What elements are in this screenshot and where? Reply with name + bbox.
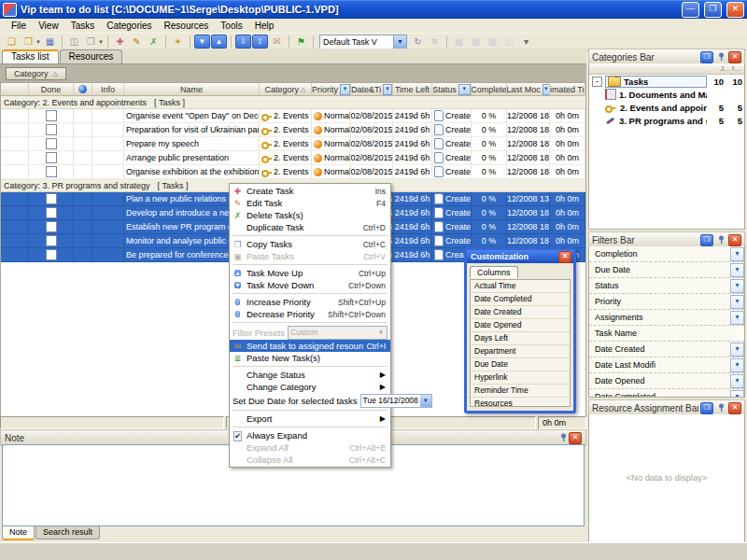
menu-item-send-task-to-assigned-resource[interactable]: ✉Send task to assigned resourceCtrl+I xyxy=(230,340,390,352)
customization-column-department[interactable]: Department xyxy=(471,345,570,358)
done-checkbox[interactable] xyxy=(46,152,57,163)
task-move-down-icon[interactable]: ▼ xyxy=(194,35,210,49)
customization-column-date-completed[interactable]: Date Completed xyxy=(471,293,570,306)
save-icon[interactable]: ▦ xyxy=(42,35,58,49)
filter-dropdown-icon[interactable]: ▼ xyxy=(543,84,550,95)
close-icon[interactable]: ✕ xyxy=(569,432,582,444)
menu-item-paste-new-task-s[interactable]: ≣Paste New Task(s) xyxy=(230,352,390,364)
column-header-done[interactable]: Done xyxy=(29,83,74,95)
flag-icon[interactable]: ⚑ xyxy=(293,35,309,49)
menu-item-set-due-date[interactable]: Set Due Date for selected tasksTue 16/12… xyxy=(230,393,390,408)
print-icon[interactable]: ◫ xyxy=(66,35,82,49)
menu-file[interactable]: File xyxy=(6,20,32,32)
customization-column-date-created[interactable]: Date Created xyxy=(471,306,570,319)
close-button[interactable]: ✕ xyxy=(726,2,744,18)
column-header-date[interactable]: Date&Ti▼ xyxy=(351,83,393,95)
window-position-icon[interactable]: ❒ xyxy=(700,234,713,246)
table-row[interactable]: Arrange public presentation2. Events arN… xyxy=(1,151,585,165)
filter-dropdown-icon[interactable]: ▼ xyxy=(458,84,471,95)
done-checkbox[interactable] xyxy=(46,193,57,204)
edit-task-icon[interactable]: ✎ xyxy=(129,35,145,49)
filter-dropdown-icon[interactable]: ▼ xyxy=(340,84,350,95)
column-header-priority[interactable]: Priority▼ xyxy=(312,83,351,95)
done-checkbox[interactable] xyxy=(46,221,57,232)
dropdown-arrow-icon[interactable]: ▼ xyxy=(98,39,104,45)
pin-icon[interactable] xyxy=(715,52,726,63)
chevron-down-icon[interactable]: ▼ xyxy=(730,343,744,357)
send-task-icon[interactable]: ✉ xyxy=(269,35,285,49)
refresh-view-icon[interactable]: ↻ xyxy=(410,35,426,49)
customization-column-date-opened[interactable]: Date Opened xyxy=(471,319,570,332)
chevron-down-icon[interactable]: ▼ xyxy=(730,295,744,309)
category-tree-item[interactable]: 3. PR programs and strategy55 xyxy=(589,114,744,127)
column-header-info[interactable]: Info xyxy=(92,83,124,95)
menu-help[interactable]: Help xyxy=(249,20,280,32)
menu-item-increase-priority[interactable]: ⇧Increase PriorityShift+Ctrl+Up xyxy=(230,296,390,308)
close-icon[interactable]: ✕ xyxy=(728,402,741,414)
category-tree-item[interactable]: -Tasks1010 xyxy=(589,75,744,88)
menu-item-decrease-priority[interactable]: ⇩Decrease PriorityShift+Ctrl+Down xyxy=(230,308,390,320)
assign-key-icon[interactable]: ✦ xyxy=(170,35,186,49)
tree-expander-icon[interactable]: - xyxy=(592,77,602,87)
done-checkbox[interactable] xyxy=(46,207,57,218)
group-by-category-chip[interactable]: Category △ xyxy=(6,67,66,80)
task-move-up-icon[interactable]: ▲ xyxy=(211,35,227,49)
tab-resources[interactable]: Resources xyxy=(60,49,123,63)
done-checkbox[interactable] xyxy=(46,235,57,246)
column-header-lastmod[interactable]: Last Moc▼ xyxy=(507,83,550,95)
customization-column-hyperlink[interactable]: Hyperlink xyxy=(471,371,570,385)
column-header-status[interactable]: Status▼ xyxy=(432,83,472,95)
filter-dropdown-icon[interactable]: ▼ xyxy=(383,84,392,95)
bottom-tab-note[interactable]: Note xyxy=(2,526,35,540)
done-checkbox[interactable] xyxy=(46,110,57,121)
bottom-tab-search-result[interactable]: Search result xyxy=(35,526,100,539)
delete-task-icon[interactable]: ✗ xyxy=(146,35,162,49)
table-row[interactable]: Organise event "Open Day" on December, 1… xyxy=(1,109,585,123)
toolbar-overflow-icon[interactable]: ▾ xyxy=(518,35,534,49)
table-row[interactable]: Prepare my speech2. Events arNormal02/08… xyxy=(1,137,585,151)
done-checkbox[interactable] xyxy=(46,166,57,177)
menu-item-change-category[interactable]: Change Category▶ xyxy=(230,381,390,393)
print-preview-icon[interactable]: ❒ xyxy=(83,35,99,49)
increase-priority-icon[interactable]: ⇧ xyxy=(252,35,268,49)
chevron-down-icon[interactable]: ▼ xyxy=(730,374,744,388)
task-view-selector[interactable]: Default Task V▼ xyxy=(319,35,407,49)
pin-icon[interactable] xyxy=(715,403,726,413)
category-tree-item[interactable]: 1. Documents and Materials xyxy=(589,88,744,101)
create-task-icon[interactable]: ✚ xyxy=(112,35,128,49)
pin-icon[interactable] xyxy=(715,235,726,245)
chevron-down-icon[interactable]: ▼ xyxy=(730,311,744,325)
menu-view[interactable]: View xyxy=(33,20,64,32)
customization-column-days-left[interactable]: Days Left xyxy=(471,332,570,345)
customization-column-actual-time[interactable]: Actual Time xyxy=(471,280,570,293)
column-header-timeleft[interactable]: Time Left xyxy=(393,83,432,95)
menu-item-task-move-down[interactable]: ▼Task Move DownCtrl+Down xyxy=(230,279,390,291)
window-position-icon[interactable]: ❒ xyxy=(700,51,713,63)
done-checkbox[interactable] xyxy=(46,124,57,135)
minimize-button[interactable]: — xyxy=(682,2,699,18)
menu-item-change-status[interactable]: Change Status▶ xyxy=(230,369,390,381)
chevron-down-icon[interactable]: ▼ xyxy=(393,35,406,49)
column-header-attach[interactable] xyxy=(74,83,92,95)
close-icon[interactable]: ✕ xyxy=(558,251,571,263)
menu-tools[interactable]: Tools xyxy=(215,20,247,32)
menu-item-copy-tasks[interactable]: ❐Copy TasksCtrl+C xyxy=(230,238,390,250)
close-icon[interactable]: ✕ xyxy=(728,51,741,63)
column-header-complete[interactable]: Complete xyxy=(472,83,507,95)
menu-resources[interactable]: Resources xyxy=(159,20,215,32)
menu-tasks[interactable]: Tasks xyxy=(65,20,101,32)
column-header-estimated[interactable]: stimated Tim xyxy=(550,83,585,95)
close-icon[interactable]: ✕ xyxy=(728,234,741,246)
done-checkbox[interactable] xyxy=(46,138,57,149)
menu-item-export[interactable]: Export▶ xyxy=(230,413,390,425)
decrease-priority-icon[interactable]: ⇩ xyxy=(235,35,251,49)
customization-column-resources[interactable]: Resources xyxy=(471,398,570,407)
open-icon[interactable]: ❐ xyxy=(21,35,36,49)
new-task-icon[interactable]: ❏ xyxy=(4,35,20,49)
chevron-down-icon[interactable]: ▼ xyxy=(420,395,431,407)
menu-item-delete-task-s[interactable]: ✗Delete Task(s) xyxy=(230,209,390,221)
set-due-date-combo[interactable]: Tue 16/12/2008▼ xyxy=(360,394,432,408)
menu-item-edit-task[interactable]: ✎Edit TaskF4 xyxy=(230,197,390,209)
column-header-name[interactable]: Name xyxy=(124,83,260,95)
column-header-category[interactable]: Category△ xyxy=(260,83,312,95)
